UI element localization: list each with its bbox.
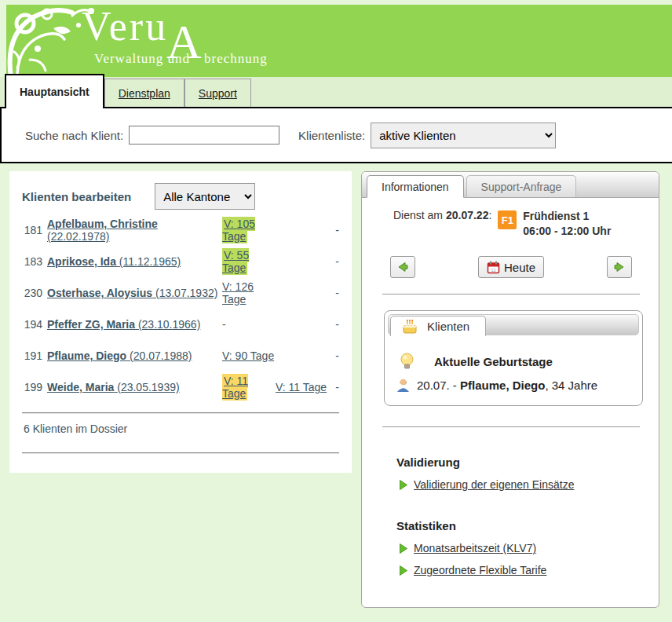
klienten-box-tab[interactable]: Klienten: [390, 316, 486, 336]
vacation-days-link[interactable]: V: 11 Tage: [222, 374, 248, 401]
client-count-text: 6 Klienten im Dossier: [22, 414, 339, 443]
duty-line: Dienst am 20.07.22: F1 Frühdienst 1 06:0…: [393, 209, 641, 239]
vacation-days-cell-1: -: [222, 318, 276, 331]
klientenliste-label: Klientenliste:: [298, 129, 365, 142]
section-link-row: Validierung der eigenen Einsätze: [400, 478, 641, 491]
section-links: Monatsarbeitszeit (KLV7) Zugeordnete Fle…: [396, 542, 641, 576]
vacation-days-link[interactable]: V: 105 Tage: [222, 217, 255, 243]
logo-tagline-left: Verwaltung und: [94, 51, 190, 67]
clients-panel-title: Klienten bearbeiten: [22, 190, 131, 203]
vacation-days-link[interactable]: V: 90 Tage: [222, 349, 274, 362]
app-header: Veru A Verwaltung und brechnung: [6, 5, 672, 77]
vacation-days-link-2[interactable]: V: 11 Tage: [276, 381, 327, 393]
client-id: 181: [22, 224, 42, 236]
search-input[interactable]: [129, 126, 279, 145]
today-button-label: Heute: [504, 261, 535, 274]
client-name-link[interactable]: Osterhase, Aloysius (13.07.1932): [47, 287, 217, 299]
svg-text:12: 12: [491, 267, 495, 272]
green-triangle-bullet-icon: [400, 480, 407, 490]
client-name-cell: Aprikose, Ida (11.12.1965): [47, 255, 222, 268]
vacation-days-cell-1: V: 90 Tage: [222, 349, 276, 362]
info-section: Statistiken Monatsarbeitszeit (KLV7) Zug…: [396, 519, 641, 576]
klienten-box-header: Klienten: [388, 314, 639, 335]
client-birthdate: (23.10.1966): [138, 318, 200, 331]
client-name-cell: Pflaume, Diego (20.07.1988): [47, 349, 222, 362]
client-name-link[interactable]: Pflaume, Diego (20.07.1988): [47, 349, 192, 362]
today-button[interactable]: 12 Heute: [478, 256, 544, 278]
search-label: Suche nach Klient:: [25, 129, 123, 142]
client-name-link[interactable]: Apfelbaum, Christine (22.02.1978): [47, 218, 158, 243]
section-heading: Statistiken: [396, 519, 641, 532]
clients-panel: Klienten bearbeiten Alle Kantone 181 Apf…: [9, 171, 352, 473]
vacation-days-link[interactable]: V: 126 Tage: [222, 280, 254, 306]
info-sections: Validierung Validierung der eigenen Eins…: [381, 456, 641, 576]
green-triangle-bullet-icon: [400, 565, 407, 576]
main-nav-tab-label: Support: [199, 87, 237, 100]
client-birthdate: (22.02.1978): [47, 230, 109, 243]
table-row: 181 Apfelbaum, Christine (22.02.1978) V:…: [22, 214, 339, 246]
shift-time: 06:00 - 12:00 Uhr: [523, 224, 611, 239]
table-row: 230 Osterhase, Aloysius (13.07.1932) V: …: [22, 277, 339, 309]
table-row: 194 Pfeffer ZG, Maria (23.10.1966) - -: [22, 309, 339, 340]
green-triangle-bullet-icon: [400, 543, 407, 554]
dash-cell: -: [330, 381, 339, 393]
info-panel-tab-informationen[interactable]: Informationen: [367, 175, 464, 198]
birthday-cake-icon: [402, 320, 418, 334]
section-link[interactable]: Zugeordnete Flexible Tarife: [414, 564, 546, 576]
calendar-icon: 12: [487, 261, 500, 274]
client-name-link[interactable]: Pfeffer ZG, Maria (23.10.1966): [47, 318, 200, 331]
vacation-days-cell-1: V: 11 Tage: [222, 375, 276, 400]
client-list: 181 Apfelbaum, Christine (22.02.1978) V:…: [22, 214, 339, 403]
client-name-cell: Pfeffer ZG, Maria (23.10.1966): [47, 318, 222, 331]
klienten-box-tab-label: Klienten: [427, 320, 469, 333]
main-nav-tab-dienstplan[interactable]: Dienstplan: [104, 79, 184, 107]
birthdays-heading: Aktuelle Geburtstage: [434, 355, 553, 368]
main-nav-tab-label: Dienstplan: [119, 87, 170, 100]
client-id: 199: [22, 381, 42, 393]
main-nav-tab-label: Hauptansicht: [20, 86, 89, 98]
previous-day-button[interactable]: [390, 256, 415, 278]
client-id: 191: [22, 349, 42, 362]
client-name-cell: Weide, Maria (23.05.1939): [47, 381, 222, 393]
info-panel-tab-label: Informationen: [382, 181, 449, 193]
client-birthdate: (11.12.1965): [119, 255, 181, 268]
birthday-name: Pflaume, Diego: [460, 379, 545, 392]
divider: [22, 452, 339, 454]
vacation-days-cell-1: V: 126 Tage: [222, 280, 276, 306]
next-day-button[interactable]: [607, 256, 632, 278]
divider: [382, 294, 640, 295]
table-row: 183 Aprikose, Ida (11.12.1965) V: 55 Tag…: [22, 246, 339, 277]
client-birthdate: (13.07.1932): [155, 287, 217, 299]
vacation-days-cell-1: V: 55 Tage: [222, 249, 276, 274]
section-link[interactable]: Monatsarbeitszeit (KLV7): [414, 542, 536, 554]
logo-tagline-right: brechnung: [204, 51, 268, 67]
date-navigation: 12 Heute: [381, 256, 641, 278]
section-link[interactable]: Validierung der eigenen Einsätze: [414, 478, 574, 491]
client-id: 194: [22, 318, 42, 331]
dash-cell: -: [330, 255, 339, 268]
client-name: Pflaume, Diego: [47, 349, 126, 362]
vacation-days-link[interactable]: V: 55 Tage: [222, 248, 249, 275]
client-name-link[interactable]: Weide, Maria (23.05.1939): [47, 381, 180, 393]
main-nav-tab-support[interactable]: Support: [184, 79, 251, 107]
client-birthdate: (20.07.1988): [130, 349, 192, 362]
client-name: Osterhase, Aloysius: [47, 287, 152, 299]
info-panel-tabs: Informationen Support-Anfrage: [362, 172, 659, 198]
info-panel-tab-support-anfrage[interactable]: Support-Anfrage: [466, 175, 577, 197]
canton-filter-select[interactable]: Alle Kantone: [155, 183, 255, 210]
shift-name: Frühdienst 1: [523, 209, 611, 224]
arrow-left-icon: [396, 261, 409, 273]
main-content: Klienten bearbeiten Alle Kantone 181 Apf…: [0, 163, 672, 608]
klientenliste-select[interactable]: aktive Klienten: [371, 123, 556, 148]
section-link-row: Monatsarbeitszeit (KLV7): [400, 542, 641, 554]
info-panel-tab-label: Support-Anfrage: [481, 181, 562, 193]
vacation-days-cell-2: V: 11 Tage: [276, 381, 330, 393]
client-name: Weide, Maria: [47, 381, 114, 393]
divider: [382, 426, 640, 427]
client-id: 183: [22, 255, 42, 268]
shift-badge: F1: [498, 210, 517, 229]
main-nav-tab-hauptansicht[interactable]: Hauptansicht: [5, 74, 104, 108]
client-name-link[interactable]: Aprikose, Ida (11.12.1965): [47, 255, 181, 268]
vacation-days-cell-1: V: 105 Tage: [222, 218, 276, 243]
client-id: 230: [22, 287, 42, 299]
